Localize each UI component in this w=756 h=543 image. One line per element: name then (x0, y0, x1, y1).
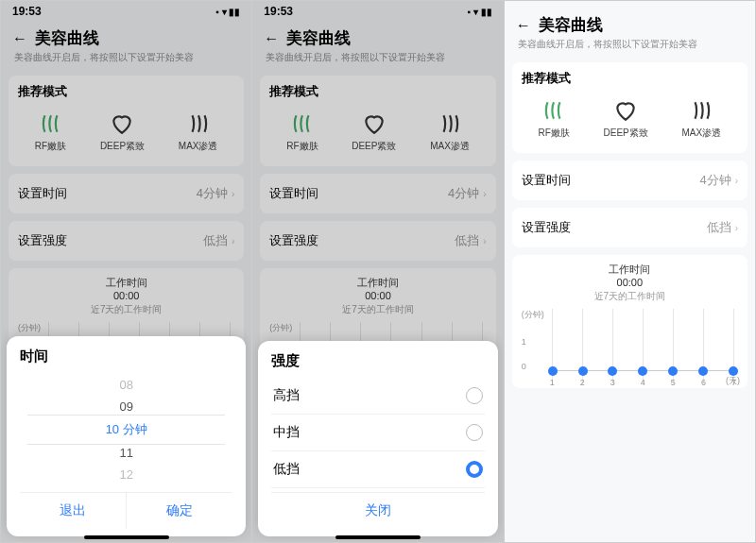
setting-time-row[interactable]: 设置时间4分钟› (260, 174, 495, 213)
radio-icon (466, 424, 483, 441)
setting-value: 4分钟 (197, 186, 228, 200)
picker-option[interactable]: 11 (119, 442, 132, 464)
mode-label: DEEP紧致 (604, 127, 648, 140)
screen-time-picker: 19:53 ▪ ▾ ▮▮ ← 美容曲线 美容曲线开启后，将按照以下设置开始美容 … (1, 1, 252, 542)
mode-max[interactable]: MAX渗透 (430, 111, 470, 153)
intensity-option-low[interactable]: 低挡 (271, 451, 484, 488)
mode-rf[interactable]: RF嫩肤 (286, 111, 318, 153)
setting-intensity-row[interactable]: 设置强度低挡› (9, 221, 244, 261)
back-icon[interactable]: ← (12, 30, 27, 47)
mode-deep[interactable]: DEEP紧致 (352, 111, 396, 153)
chart-ymin: 0 (522, 362, 544, 371)
modes-card: 推荐模式 RF嫩肤 DEEP紧致 MAX渗透 (512, 62, 747, 153)
setting-intensity-row[interactable]: 设置强度低挡› (260, 221, 495, 261)
status-bar: 19:53 ▪ ▾ ▮▮ (1, 1, 251, 22)
radio-icon-selected (466, 461, 483, 478)
home-indicator[interactable] (84, 535, 169, 539)
chevron-right-icon: › (483, 189, 486, 199)
chart-value: 00:00 (365, 290, 391, 301)
heart-icon (362, 111, 387, 136)
sheet-title: 强度 (271, 352, 484, 370)
setting-label: 设置时间 (522, 172, 571, 189)
mode-label: MAX渗透 (179, 140, 218, 153)
chart-title: 工作时间 (106, 277, 147, 288)
nav-bar: ← 美容曲线 (252, 22, 503, 51)
back-icon[interactable]: ← (516, 17, 531, 34)
intensity-option-mid[interactable]: 中挡 (271, 415, 484, 451)
chart-title: 工作时间 (357, 277, 399, 288)
mode-deep[interactable]: DEEP紧致 (604, 98, 648, 140)
picker-option[interactable]: 09 (119, 396, 132, 417)
nav-bar: ← 美容曲线 (1, 22, 251, 51)
setting-time-row[interactable]: 设置时间4分钟› (512, 161, 747, 200)
page-subtitle: 美容曲线开启后，将按照以下设置开始美容 (505, 38, 755, 59)
setting-label: 设置时间 (269, 185, 318, 202)
close-button[interactable]: 关闭 (271, 492, 484, 529)
setting-label: 设置强度 (522, 219, 571, 236)
setting-label: 设置强度 (18, 232, 67, 249)
chart-title: 工作时间 (609, 263, 650, 275)
chevron-right-icon: › (232, 189, 234, 199)
mode-rf[interactable]: RF嫩肤 (539, 98, 570, 140)
setting-intensity-row[interactable]: 设置强度低挡› (512, 208, 747, 247)
page-title: 美容曲线 (286, 27, 351, 49)
chart-card: 工作时间00:00 近7天的工作时间 (分钟)10 1234567 (天) (512, 255, 747, 388)
chart-ylabel: (分钟) (522, 309, 544, 321)
wave2-icon (186, 111, 211, 136)
nav-bar: ← 美容曲线 (505, 8, 755, 38)
setting-label: 设置强度 (269, 232, 318, 249)
status-time: 19:53 (12, 5, 42, 18)
chevron-right-icon: › (232, 236, 234, 246)
wave-icon (541, 98, 566, 123)
home-indicator[interactable] (335, 535, 421, 539)
chart-subtitle: 近7天的工作时间 (522, 290, 738, 303)
mode-label: RF嫩肤 (35, 140, 66, 153)
setting-value: 低挡 (203, 233, 228, 247)
mode-rf[interactable]: RF嫩肤 (35, 111, 66, 153)
page-title: 美容曲线 (539, 14, 603, 36)
setting-value: 4分钟 (448, 186, 479, 200)
time-picker-wheel[interactable]: 08 09 10 分钟 11 12 (20, 373, 232, 486)
intensity-sheet: 强度 高挡 中挡 低挡 关闭 (258, 341, 497, 536)
wave-icon (290, 111, 315, 136)
setting-value: 低挡 (707, 220, 731, 234)
modes-card: 推荐模式 RF嫩肤 DEEP紧致 MAX渗透 (260, 76, 495, 166)
status-bar: 19:53 ▪ ▾ ▮▮ (252, 1, 503, 22)
mode-label: DEEP紧致 (100, 140, 145, 153)
back-icon[interactable]: ← (264, 30, 279, 47)
heart-icon (110, 111, 134, 136)
intensity-option-high[interactable]: 高挡 (271, 378, 484, 415)
mode-max[interactable]: MAX渗透 (179, 111, 218, 153)
mode-deep[interactable]: DEEP紧致 (100, 111, 145, 153)
page-title: 美容曲线 (35, 27, 99, 49)
mode-max[interactable]: MAX渗透 (681, 98, 721, 140)
wave2-icon (689, 98, 713, 123)
setting-time-row[interactable]: 设置时间4分钟› (9, 174, 244, 213)
mode-label: MAX渗透 (681, 127, 721, 140)
chart-ylabel: (分钟) (18, 322, 41, 334)
chevron-right-icon: › (483, 236, 486, 246)
mode-label: DEEP紧致 (352, 140, 396, 153)
modes-header: 推荐模式 (269, 83, 486, 100)
option-label: 中挡 (273, 424, 300, 441)
chart-value: 00:00 (113, 290, 140, 301)
picker-option-selected[interactable]: 10 分钟 (106, 417, 147, 442)
confirm-button[interactable]: 确定 (127, 493, 232, 529)
option-label: 低挡 (273, 461, 300, 478)
chart-value: 00:00 (617, 277, 644, 288)
picker-option[interactable]: 12 (119, 464, 132, 485)
wave-icon (39, 111, 63, 136)
picker-option[interactable]: 08 (119, 374, 132, 396)
status-icons: ▪ ▾ ▮▮ (215, 7, 240, 17)
mode-label: RF嫩肤 (286, 140, 318, 153)
chart-ylabel: (分钟) (269, 322, 292, 334)
page-subtitle: 美容曲线开启后，将按照以下设置开始美容 (252, 51, 503, 72)
mode-label: MAX渗透 (430, 140, 470, 153)
status-icons: ▪ ▾ ▮▮ (468, 7, 492, 17)
chart-subtitle: 近7天的工作时间 (269, 303, 486, 316)
status-time: 19:53 (264, 5, 293, 18)
chart-ymax: 1 (522, 337, 544, 347)
sheet-title: 时间 (20, 348, 232, 365)
status-bar (505, 1, 755, 8)
cancel-button[interactable]: 退出 (20, 493, 126, 529)
